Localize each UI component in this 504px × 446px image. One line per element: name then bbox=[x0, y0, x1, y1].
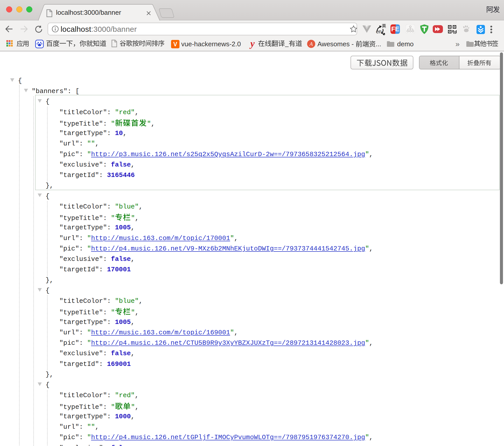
svg-text:V: V bbox=[173, 41, 177, 48]
svg-text:y: y bbox=[249, 39, 255, 49]
svg-text:F: F bbox=[391, 25, 395, 33]
svg-text:E: E bbox=[395, 25, 399, 33]
svg-text:A: A bbox=[309, 41, 313, 47]
